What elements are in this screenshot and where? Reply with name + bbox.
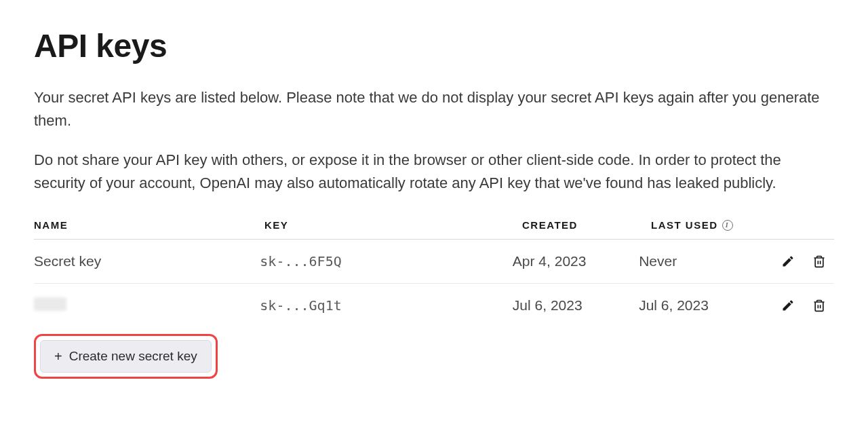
cell-name (34, 297, 260, 314)
trash-icon (812, 255, 826, 268)
column-header-created: CREATED (522, 219, 651, 231)
edit-button[interactable] (778, 252, 797, 271)
column-header-name: NAME (34, 219, 264, 231)
delete-button[interactable] (810, 296, 829, 315)
page-title: API keys (34, 27, 834, 64)
pencil-icon (781, 255, 795, 268)
create-key-highlight: + Create new secret key (34, 334, 218, 379)
redacted-name (34, 297, 66, 311)
info-icon[interactable]: i (722, 220, 733, 231)
column-header-last-used: LAST USED i (651, 219, 793, 231)
column-header-last-used-label: LAST USED (651, 219, 718, 231)
cell-created: Jul 6, 2023 (513, 297, 639, 314)
table-row: Secret key sk-...6F5Q Apr 4, 2023 Never (34, 240, 834, 284)
column-header-key: KEY (264, 219, 522, 231)
cell-key: sk-...Gq1t (260, 297, 513, 314)
api-keys-table: NAME KEY CREATED LAST USED i Secret key … (34, 211, 834, 327)
cell-last-used: Never (639, 253, 778, 269)
cell-key: sk-...6F5Q (260, 253, 513, 269)
create-secret-key-button[interactable]: + Create new secret key (40, 340, 212, 373)
cell-created: Apr 4, 2023 (513, 253, 639, 269)
table-header-row: NAME KEY CREATED LAST USED i (34, 211, 834, 240)
pencil-icon (781, 299, 795, 312)
cell-last-used: Jul 6, 2023 (639, 297, 778, 314)
plus-icon: + (54, 350, 62, 363)
edit-button[interactable] (778, 296, 797, 315)
table-row: sk-...Gq1t Jul 6, 2023 Jul 6, 2023 (34, 284, 834, 327)
description-paragraph-1: Your secret API keys are listed below. P… (34, 86, 834, 132)
delete-button[interactable] (810, 252, 829, 271)
description-paragraph-2: Do not share your API key with others, o… (34, 149, 834, 195)
cell-name: Secret key (34, 253, 260, 269)
trash-icon (812, 299, 826, 312)
create-secret-key-label: Create new secret key (69, 349, 197, 364)
